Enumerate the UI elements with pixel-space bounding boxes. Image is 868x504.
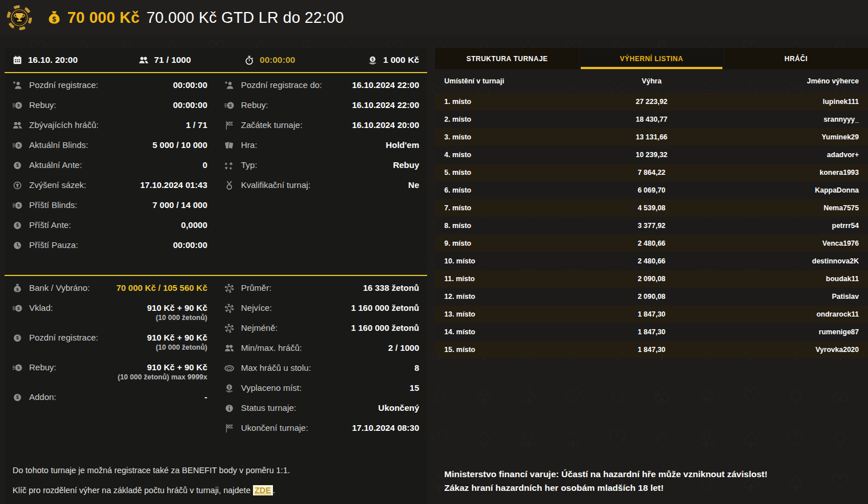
cell-place: 8. místo bbox=[444, 222, 582, 230]
cell-prize: 6 069,70 bbox=[582, 186, 721, 194]
results-table-body: 1. místo27 223,92lupinek1112. místo18 43… bbox=[435, 93, 868, 358]
info-row: $Rebuy:910 Kč + 90 Kč(10 000 žetonů) max… bbox=[13, 362, 207, 392]
row-value: 7 000 / 14 000 bbox=[152, 200, 207, 210]
table-row: 11. místo2 090,08boudak11 bbox=[435, 270, 868, 287]
table-icon bbox=[224, 363, 234, 373]
row-value: 0,0000 bbox=[181, 220, 207, 230]
chip-icon bbox=[224, 303, 234, 313]
stat-value: 00:00:00 bbox=[260, 55, 295, 65]
stopwatch-icon bbox=[244, 55, 254, 65]
tab-1[interactable]: VÝHERNÍ LISTINA bbox=[580, 48, 724, 69]
col-header-prize: Výhra bbox=[582, 77, 721, 85]
warning-line-1: Ministerstvo financí varuje: Účastí na h… bbox=[444, 467, 859, 481]
cell-winner: ondrarock11 bbox=[721, 310, 859, 318]
info-row: Zbývajících hráčů:1 / 71 bbox=[13, 120, 207, 140]
row-label: Ukončení turnaje: bbox=[241, 423, 308, 433]
svg-text:$: $ bbox=[229, 103, 232, 108]
svg-text:$: $ bbox=[53, 15, 57, 23]
info-row: $Rebuy:16.10.2024 22:00 bbox=[224, 100, 419, 120]
row-value: 16.10.2024 22:00 bbox=[352, 80, 419, 90]
tab-2[interactable]: HRÁČI bbox=[724, 48, 868, 69]
row-value: 2 / 1000 bbox=[388, 343, 419, 353]
row-label: Kvalifikační turnaj: bbox=[241, 180, 311, 190]
users-icon bbox=[13, 121, 22, 130]
coins-icon: $ bbox=[224, 101, 234, 110]
row-label: Začátek turnaje: bbox=[241, 120, 303, 130]
row-label: Aktuální Ante: bbox=[29, 160, 82, 170]
table-row: 8. místo3 377,92petrrr54 bbox=[435, 217, 868, 234]
svg-text:$: $ bbox=[17, 143, 20, 148]
stat-timer: 00:00:00 bbox=[244, 55, 362, 65]
table-row: 12. místo2 090,08Patislav bbox=[435, 288, 868, 305]
payout-key-note: Klíč pro rozdělení výher na základě počt… bbox=[13, 485, 275, 495]
cell-winner: Vyrovka2020 bbox=[721, 346, 859, 354]
clock-icon bbox=[13, 241, 22, 250]
benefit-note: Do tohoto turnaje je možná registrace ta… bbox=[13, 466, 419, 475]
info-row: Pozdní registrace do:16.10.2024 22:00 bbox=[224, 80, 419, 100]
users-icon bbox=[139, 55, 148, 65]
table-row: 7. místo4 539,08Nema7575 bbox=[435, 199, 868, 217]
svg-text:$: $ bbox=[17, 365, 20, 370]
row-label: Příští Blinds: bbox=[29, 200, 77, 210]
cell-winner: boudak11 bbox=[721, 275, 859, 283]
arrow-up-icon bbox=[13, 181, 22, 190]
cell-place: 5. místo bbox=[444, 169, 582, 177]
row-value: 5 000 / 10 000 bbox=[152, 140, 207, 150]
cell-winner: petrrr54 bbox=[721, 222, 859, 230]
cell-prize: 10 239,32 bbox=[582, 151, 721, 159]
cell-place: 4. místo bbox=[444, 151, 582, 159]
row-label: Status turnaje: bbox=[241, 403, 296, 413]
payout-icon: $ bbox=[368, 55, 377, 65]
zde-link[interactable]: ZDE bbox=[253, 485, 273, 495]
tab-0[interactable]: STRUKTURA TURNAJE bbox=[435, 48, 579, 69]
row-label: Rebuy: bbox=[29, 362, 57, 372]
info-row: $Pozdní registrace:910 Kč + 90 Kč(10 000… bbox=[13, 333, 207, 362]
cell-prize: 2 090,08 bbox=[582, 293, 721, 301]
stat-start-datetime: 16.10. 20:00 bbox=[13, 55, 139, 65]
info-row: $Vyplaceno míst:15 bbox=[224, 383, 419, 403]
row-value: 1 160 000 žetonů bbox=[351, 323, 419, 333]
cell-winner: rumenige87 bbox=[721, 328, 859, 336]
cell-winner: KappaDonna bbox=[721, 186, 859, 194]
cell-winner: Yuminek29 bbox=[721, 133, 859, 141]
gambling-warning: Ministerstvo financí varuje: Účastí na h… bbox=[444, 467, 859, 495]
stat-buyin-total: $1 000 Kč bbox=[362, 55, 419, 65]
svg-text:♦: ♦ bbox=[230, 165, 232, 170]
info-section: Pozdní registrace:00:00:00$Rebuy:00:00:0… bbox=[5, 73, 427, 260]
cell-winner: konera1993 bbox=[721, 169, 859, 177]
row-value: - bbox=[204, 392, 207, 402]
row-value: Ukončený bbox=[378, 403, 419, 413]
cell-winner: lupinek111 bbox=[721, 98, 859, 106]
table-row: 9. místo2 480,66Venca1976 bbox=[435, 235, 868, 252]
row-value: 16 338 žetonů bbox=[363, 283, 419, 293]
tournament-info-panel: 16.10. 20:0071 / 100000:00:00$1 000 Kč P… bbox=[5, 48, 427, 504]
stat-players-count: 71 / 1000 bbox=[139, 55, 244, 65]
flag-icon bbox=[224, 121, 234, 130]
table-row: 2. místo18 430,77srannyyy_ bbox=[435, 111, 868, 128]
row-label: Pozdní registrace: bbox=[29, 80, 98, 90]
cell-winner: Nema7575 bbox=[721, 204, 859, 212]
info-row: Ukončení turnaje:17.10.2024 08:30 bbox=[224, 423, 419, 443]
cell-place: 13. místo bbox=[444, 310, 582, 318]
cell-winner: Patislav bbox=[721, 293, 859, 301]
info-row: Zvýšení sázek:17.10.2024 01:43 bbox=[13, 180, 207, 200]
tab-bar: STRUKTURA TURNAJEVÝHERNÍ LISTINAHRÁČI bbox=[435, 48, 868, 69]
table-row: 4. místo10 239,32adadvor+ bbox=[435, 146, 868, 163]
calendar-icon bbox=[13, 55, 22, 65]
row-value: 910 Kč + 90 Kč(10 000 žetonů) bbox=[147, 333, 208, 351]
table-row: 1. místo27 223,92lupinek111 bbox=[435, 93, 868, 110]
chip-icon bbox=[224, 323, 234, 333]
row-value: 17.10.2024 01:43 bbox=[140, 180, 207, 190]
svg-text:$: $ bbox=[16, 162, 19, 168]
info-row: $Aktuální Ante:0 bbox=[13, 160, 207, 180]
info-row: $Addon:- bbox=[13, 392, 207, 412]
coins-icon: $ bbox=[13, 101, 22, 110]
cell-prize: 7 864,22 bbox=[582, 169, 721, 177]
row-label: Bank / Vybráno: bbox=[29, 283, 90, 293]
info-row: Min/max. hráčů:2 / 1000 bbox=[224, 343, 419, 363]
cell-place: 3. místo bbox=[444, 133, 582, 141]
info-row: $Aktuální Blinds:5 000 / 10 000 bbox=[13, 140, 207, 160]
svg-text:$: $ bbox=[16, 394, 19, 400]
cell-prize: 1 847,30 bbox=[582, 310, 721, 318]
stats-bar: 16.10. 20:0071 / 100000:00:00$1 000 Kč bbox=[5, 48, 427, 73]
